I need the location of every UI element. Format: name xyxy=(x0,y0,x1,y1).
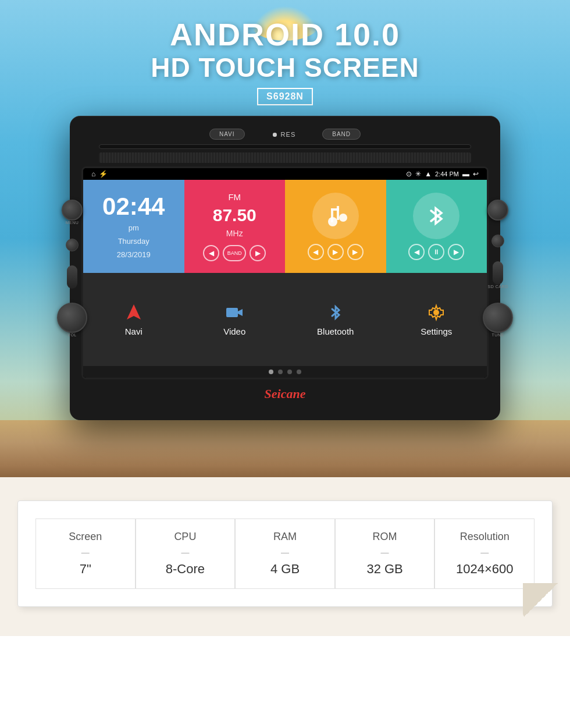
clock-date: 28/3/2019 xyxy=(117,250,151,259)
spec-divider-3: — xyxy=(341,548,429,557)
bluetooth-icon: ✳ xyxy=(415,170,421,178)
location-icon: ⊙ xyxy=(406,170,412,178)
fm-prev-button[interactable]: ◀ xyxy=(203,245,219,261)
navi-button[interactable]: NAVI xyxy=(209,129,245,140)
res-button[interactable]: ⏺ RES xyxy=(262,129,305,140)
spec-item-4: Resolution — 1024×600 xyxy=(434,519,535,589)
spec-divider-2: — xyxy=(241,548,329,557)
pagination-dots xyxy=(83,366,487,378)
bluetooth-app-tile[interactable]: Bluetooth xyxy=(285,273,386,366)
clock-time: 02:44 xyxy=(102,194,165,219)
right-slider[interactable] xyxy=(493,261,503,285)
svg-point-8 xyxy=(433,310,439,315)
settings-label: Settings xyxy=(421,326,452,336)
music-controls: ◀ ▶ ▶ xyxy=(308,244,364,260)
spec-value-2: 4 GB xyxy=(241,562,329,577)
spec-item-2: RAM — 4 GB xyxy=(235,519,335,589)
cd-slot xyxy=(99,144,471,149)
fm-tile[interactable]: FM 87.50 MHz ◀ BAND ▶ xyxy=(184,180,286,273)
dot-3 xyxy=(287,370,292,374)
left-btn-1[interactable] xyxy=(66,239,79,251)
svg-marker-7 xyxy=(238,309,243,316)
music-icon-circle xyxy=(312,193,359,239)
menu-label: MENU xyxy=(62,221,83,225)
dot-4 xyxy=(297,370,301,374)
specs-card: Screen — 7" CPU — 8-Core RAM — 4 GB ROM … xyxy=(17,500,553,607)
status-left: ⌂ ⚡ xyxy=(91,170,108,178)
eject-knob[interactable] xyxy=(487,200,508,221)
spec-divider-1: — xyxy=(142,548,229,557)
vol-label: VOL xyxy=(57,333,87,337)
status-bar: ⌂ ⚡ ⊙ ✳ ▲ 2:44 PM ▬ ↩ xyxy=(83,168,487,180)
specs-section: Screen — 7" CPU — 8-Core RAM — 4 GB ROM … xyxy=(0,477,570,636)
fm-band-button[interactable]: BAND xyxy=(223,245,246,261)
back-icon[interactable]: ↩ xyxy=(473,170,479,178)
svg-marker-5 xyxy=(127,304,141,319)
spec-value-4: 1024×600 xyxy=(441,562,528,577)
spec-item-1: CPU — 8-Core xyxy=(136,519,236,589)
vol-knob[interactable] xyxy=(57,303,87,333)
spec-label-1: CPU xyxy=(142,531,229,543)
radio-unit: MENU VOL SD CARD TUNE xyxy=(70,116,500,420)
title-line2: HD TOUCH SCREEN xyxy=(151,52,419,83)
music-play-button[interactable]: ▶ xyxy=(327,244,344,260)
spec-label-4: Resolution xyxy=(441,531,528,543)
bt-playpause-button[interactable]: ⏸ xyxy=(428,244,444,260)
dot-2 xyxy=(278,370,283,374)
spec-label-3: ROM xyxy=(341,531,429,543)
menu-knob[interactable] xyxy=(62,200,83,221)
top-buttons: NAVI ⏺ RES BAND xyxy=(81,129,489,140)
tune-label: TUNE xyxy=(483,333,513,337)
fm-frequency: 87.50 xyxy=(213,207,256,224)
music-prev-button[interactable]: ◀ xyxy=(308,244,324,260)
video-camera-icon xyxy=(225,303,244,322)
home-icon: ⌂ xyxy=(91,170,95,178)
left-controls: MENU VOL xyxy=(57,200,87,337)
fm-next-button[interactable]: ▶ xyxy=(250,245,266,261)
bt-icon-circle xyxy=(413,193,459,239)
hero-section: ANDROID 10.0 HD TOUCH SCREEN S6928N MENU… xyxy=(0,0,570,477)
speaker-grill xyxy=(99,152,471,163)
status-time: 2:44 PM xyxy=(435,171,459,177)
clock-day: Thursday xyxy=(118,237,149,246)
title-area: ANDROID 10.0 HD TOUCH SCREEN S6928N xyxy=(151,17,419,105)
band-button[interactable]: BAND xyxy=(322,129,361,140)
settings-tile[interactable]: Settings xyxy=(386,273,487,366)
spec-divider-0: — xyxy=(42,548,129,557)
clock-tile[interactable]: 02:44 pm Thursday 28/3/2019 xyxy=(83,180,184,273)
music-tile[interactable]: ◀ ▶ ▶ xyxy=(285,180,386,273)
bt-next-button[interactable]: ▶ xyxy=(448,244,464,260)
bt-prev-button[interactable]: ◀ xyxy=(408,244,425,260)
brand-text: Seicane xyxy=(81,382,489,404)
fm-controls: ◀ BAND ▶ xyxy=(203,245,266,261)
svg-point-1 xyxy=(339,214,347,222)
bluetooth-media-tile[interactable]: ◀ ⏸ ▶ xyxy=(386,180,487,273)
svg-rect-2 xyxy=(337,206,339,220)
fm-unit: MHz xyxy=(226,229,243,238)
specs-grid: Screen — 7" CPU — 8-Core RAM — 4 GB ROM … xyxy=(35,519,535,589)
clock-ampm: pm xyxy=(129,223,139,232)
right-btn-1[interactable] xyxy=(491,235,504,247)
bt-controls: ◀ ⏸ ▶ xyxy=(408,244,464,260)
svg-rect-4 xyxy=(331,208,339,211)
music-next-button[interactable]: ▶ xyxy=(347,244,364,260)
spec-item-3: ROM — 32 GB xyxy=(335,519,435,589)
battery-icon: ▬ xyxy=(462,170,469,178)
toggle-slider[interactable] xyxy=(67,265,77,289)
video-tile[interactable]: Video xyxy=(184,273,286,366)
video-label: Video xyxy=(223,326,245,336)
spec-label-0: Screen xyxy=(42,531,129,543)
spec-value-1: 8-Core xyxy=(142,562,229,577)
model-badge: S6928N xyxy=(257,88,313,105)
wifi-icon: ▲ xyxy=(425,170,432,178)
bluetooth-icon xyxy=(326,303,345,322)
navi-tile[interactable]: Navi xyxy=(83,273,184,366)
spec-value-0: 7" xyxy=(42,562,129,577)
bluetooth-label: Bluetooth xyxy=(317,326,354,336)
spec-label-2: RAM xyxy=(241,531,329,543)
title-line1: ANDROID 10.0 xyxy=(151,17,419,52)
touchscreen[interactable]: ⌂ ⚡ ⊙ ✳ ▲ 2:44 PM ▬ ↩ 02:44 pm T xyxy=(81,166,489,379)
app-grid: 02:44 pm Thursday 28/3/2019 FM 87.50 MHz… xyxy=(83,180,487,366)
music-note-icon xyxy=(321,201,350,230)
tune-knob[interactable] xyxy=(483,303,513,333)
